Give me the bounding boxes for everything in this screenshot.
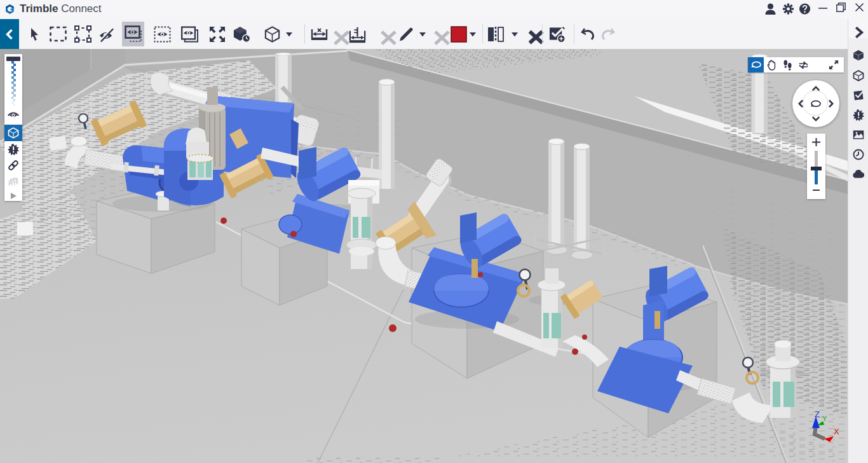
svg-text:X: X	[834, 427, 839, 436]
svg-text:Z: Z	[815, 410, 820, 419]
svg-text:Y: Y	[822, 415, 827, 422]
